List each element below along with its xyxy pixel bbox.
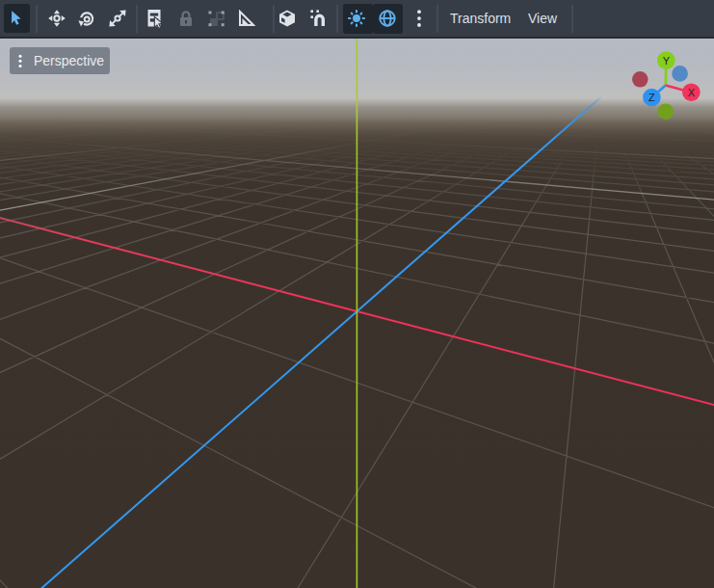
svg-text:Y: Y (663, 55, 671, 67)
svg-text:X: X (688, 87, 696, 98)
svg-text:Z: Z (648, 92, 655, 103)
